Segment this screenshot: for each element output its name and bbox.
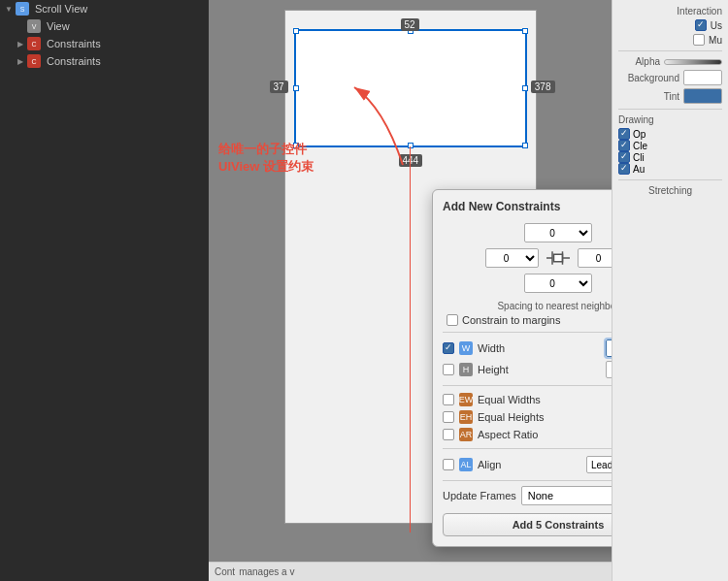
handle-br[interactable] xyxy=(522,143,528,148)
width-input[interactable] xyxy=(606,339,612,357)
handle-ml[interactable] xyxy=(293,85,299,91)
tint-label: Tint xyxy=(664,91,679,102)
tint-swatch[interactable] xyxy=(683,88,722,104)
update-frames-select[interactable]: None xyxy=(521,486,612,505)
height-input[interactable] xyxy=(606,361,612,378)
interaction-label: Interaction xyxy=(677,6,722,16)
constraints-icon-2: C xyxy=(27,54,41,68)
background-row: Background xyxy=(618,70,722,85)
drawing-cb-label-2: Cle xyxy=(633,141,647,151)
scroll-view-icon: S xyxy=(16,2,29,16)
add-constraints-button[interactable]: Add 5 Constraints xyxy=(443,513,612,536)
align-icon: AL xyxy=(459,458,473,471)
equal-widths-row: EW Equal Widths xyxy=(443,391,612,408)
canvas-panel: 52 37 378 444 给唯一的子控件 UIView 设置约束 × Add … xyxy=(209,0,612,581)
drawing-cb-3[interactable] xyxy=(618,151,630,163)
align-label: Align xyxy=(478,459,581,470)
inspector-separator-3 xyxy=(618,179,722,180)
scroll-view-label: Scroll View xyxy=(35,3,87,15)
equal-widths-icon: EW xyxy=(459,393,473,406)
align-row: AL Align Leading Edges xyxy=(443,454,612,475)
width-icon: W xyxy=(459,341,473,355)
height-checkbox[interactable] xyxy=(443,364,454,375)
spacing-bottom-select[interactable]: 0 xyxy=(524,274,592,293)
popup-title: Add New Constraints xyxy=(443,200,612,213)
bottom-bar-text2: manages a v xyxy=(239,566,294,577)
background-label: Background xyxy=(628,73,679,83)
spacing-left-select[interactable]: 0 xyxy=(485,248,539,268)
equal-heights-row: EH Equal Heights xyxy=(443,408,612,426)
spacing-note: Spacing to nearest neighbor xyxy=(443,301,612,311)
svg-rect-3 xyxy=(554,254,563,262)
alpha-row: Alpha xyxy=(618,56,722,67)
drawing-cb-label-3: Cli xyxy=(633,152,645,163)
dim-top: 52 xyxy=(401,18,419,31)
handle-tl[interactable] xyxy=(293,28,299,34)
nav-constraints-2[interactable]: ▶ C Constraints xyxy=(0,52,209,70)
inspector-separator-2 xyxy=(618,109,722,110)
constraints-triangle-2: ▶ xyxy=(16,56,25,66)
equal-heights-checkbox[interactable] xyxy=(443,411,454,423)
drawing-checkbox-2: Cle xyxy=(618,140,722,151)
aspect-ratio-icon: AR xyxy=(459,428,473,441)
spacing-right-select[interactable]: 0 xyxy=(578,248,612,268)
stretching-label: Stretching xyxy=(618,185,722,196)
equal-widths-checkbox[interactable] xyxy=(443,394,454,405)
aspect-ratio-row: AR Aspect Ratio xyxy=(443,426,612,443)
annotation-line1: 给唯一的子控件 xyxy=(218,141,314,158)
interaction-checkbox-1[interactable] xyxy=(695,19,707,31)
inspector-interaction: Interaction Us Mu xyxy=(618,6,722,46)
tint-row: Tint xyxy=(618,88,722,104)
annotation-text: 给唯一的子控件 UIView 设置约束 xyxy=(218,141,314,176)
nav-scroll-view[interactable]: ▼ S Scroll View xyxy=(0,0,209,17)
align-checkbox[interactable] xyxy=(443,459,454,470)
interaction-cb-label-1: Us xyxy=(711,20,722,31)
navigator-panel: ▼ S Scroll View ▶ V View ▶ C Constraints… xyxy=(0,0,209,581)
constrain-margins-label: Constrain to margins xyxy=(462,314,561,326)
drawing-label: Drawing xyxy=(618,114,722,125)
aspect-ratio-checkbox[interactable] xyxy=(443,429,454,440)
aspect-ratio-label: Aspect Ratio xyxy=(478,429,612,440)
align-select[interactable]: Leading Edges xyxy=(586,456,612,473)
dim-right: 378 xyxy=(531,81,555,93)
drawing-cb-label-4: Au xyxy=(633,164,645,175)
handle-tr[interactable] xyxy=(522,28,528,34)
spacing-section: 0 0 0 xyxy=(443,221,612,295)
update-frames-label: Update Frames xyxy=(443,490,516,501)
height-icon: H xyxy=(459,363,473,376)
drawing-cb-4[interactable] xyxy=(618,163,630,175)
interaction-checkbox-2[interactable] xyxy=(693,34,705,46)
bottom-bar-text: Cont xyxy=(215,566,235,577)
handle-mr[interactable] xyxy=(522,85,528,91)
spacing-top-select[interactable]: 0 xyxy=(524,223,592,242)
drawing-checkbox-4: Au xyxy=(618,163,722,175)
separator-4 xyxy=(443,480,612,481)
constrain-margins-checkbox[interactable] xyxy=(447,314,458,326)
nav-constraints-1[interactable]: ▶ C Constraints xyxy=(0,35,209,52)
drawing-cb-1[interactable] xyxy=(618,128,630,140)
view-box[interactable] xyxy=(295,30,526,146)
view-label: View xyxy=(47,20,70,32)
nav-view[interactable]: ▶ V View xyxy=(0,17,209,35)
drawing-cb-label-1: Op xyxy=(633,129,645,140)
alpha-slider[interactable] xyxy=(664,59,722,65)
background-swatch[interactable] xyxy=(683,70,722,85)
update-frames-row: Update Frames None xyxy=(443,486,612,505)
triangle-icon: ▼ xyxy=(4,4,14,14)
annotation-line2: UIView 设置约束 xyxy=(218,158,314,176)
width-label: Width xyxy=(478,342,601,354)
drawing-cb-2[interactable] xyxy=(618,140,630,151)
bottom-bar: Cont manages a v xyxy=(209,562,612,581)
height-label: Height xyxy=(478,364,601,375)
equal-widths-label: Equal Widths xyxy=(478,394,612,405)
inspector-panel: Interaction Us Mu Alpha Background Tint … xyxy=(612,0,728,581)
red-line-vertical xyxy=(410,146,411,533)
constrain-margins-row: Constrain to margins xyxy=(447,314,612,326)
constraints-popup: × Add New Constraints 0 0 xyxy=(432,189,612,547)
spacing-bottom-row: 0 xyxy=(524,274,592,293)
constraints-icon-1: C xyxy=(27,37,41,50)
constraints-label-2: Constraints xyxy=(47,55,101,67)
constraint-center-icon xyxy=(546,246,570,270)
width-checkbox[interactable] xyxy=(443,342,454,354)
constraints-label-1: Constraints xyxy=(47,38,101,49)
